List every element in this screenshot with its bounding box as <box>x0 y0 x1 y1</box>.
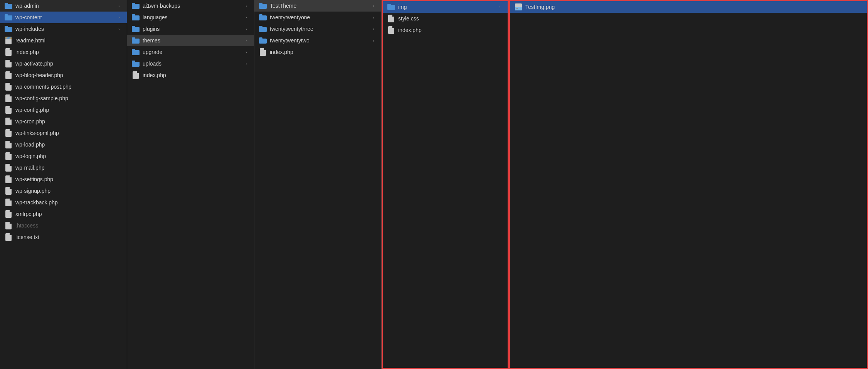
file-item-index.php-3[interactable]: index.php <box>254 46 381 58</box>
file-icon <box>5 233 12 241</box>
chevron-right-icon: › <box>116 26 122 32</box>
file-item-wp-comments-post.php[interactable]: wp-comments-post.php <box>0 81 127 93</box>
file-item-label: wp-mail.php <box>15 165 122 171</box>
file-item-wp-includes[interactable]: wp-includes› <box>0 23 127 35</box>
file-item-label: index.php <box>143 72 249 78</box>
file-item-label: TestImg.png <box>525 4 862 10</box>
file-item-wp-config.php[interactable]: wp-config.php <box>0 104 127 116</box>
folder-icon <box>132 2 140 10</box>
chevron-right-icon: › <box>497 4 503 10</box>
file-item-plugins[interactable]: plugins› <box>127 23 254 35</box>
file-icon <box>5 187 12 195</box>
file-item-label: uploads <box>143 61 243 67</box>
chevron-right-icon: › <box>370 3 377 9</box>
file-item-xmlrpc.php[interactable]: xmlrpc.php <box>0 208 127 220</box>
file-item-wp-signup.php[interactable]: wp-signup.php <box>0 185 127 197</box>
file-item-label: wp-includes <box>15 26 116 32</box>
chevron-right-icon: › <box>116 3 122 9</box>
file-icon <box>5 141 12 148</box>
file-item-wp-mail.php[interactable]: wp-mail.php <box>0 162 127 174</box>
chevron-right-icon: › <box>243 37 249 44</box>
file-item-label: xmlrpc.php <box>15 211 122 217</box>
file-item-license.txt[interactable]: license.txt <box>0 231 127 243</box>
file-item-wp-config-sample.php[interactable]: wp-config-sample.php <box>0 93 127 104</box>
folder-icon <box>5 13 12 21</box>
file-item-wp-cron.php[interactable]: wp-cron.php <box>0 116 127 127</box>
file-item-label: wp-signup.php <box>15 188 122 194</box>
file-item-readme.html[interactable]: readme.html <box>0 35 127 46</box>
file-item-label: wp-links-opml.php <box>15 130 122 136</box>
file-item-index.php-1[interactable]: index.php <box>0 46 127 58</box>
folder-icon <box>259 37 267 44</box>
file-item-wp-trackback.php[interactable]: wp-trackback.php <box>0 197 127 208</box>
file-item-wp-login.php[interactable]: wp-login.php <box>0 150 127 162</box>
column-col-1: wp-admin›wp-content›wp-includes›readme.h… <box>0 0 127 369</box>
file-item-label: wp-config-sample.php <box>15 95 122 101</box>
file-icon <box>5 118 12 125</box>
column-col-5: TestImg.png <box>509 0 868 369</box>
file-item-label: wp-cron.php <box>15 118 122 125</box>
file-item-wp-activate.php[interactable]: wp-activate.php <box>0 58 127 69</box>
chevron-right-icon: › <box>370 14 377 20</box>
file-item-languages[interactable]: languages› <box>127 12 254 23</box>
file-item-label: wp-settings.php <box>15 176 122 182</box>
file-item-wp-content[interactable]: wp-content› <box>0 12 127 23</box>
file-item-label: themes <box>143 37 243 44</box>
file-item-wp-blog-header.php[interactable]: wp-blog-header.php <box>0 69 127 81</box>
folder-icon <box>5 2 12 10</box>
file-item-label: wp-comments-post.php <box>15 84 122 90</box>
file-item-.htaccess[interactable]: .htaccess <box>0 220 127 231</box>
file-item-label: twentytwentytwo <box>270 37 370 44</box>
folder-icon <box>387 3 395 11</box>
file-item-wp-settings.php[interactable]: wp-settings.php <box>0 174 127 185</box>
file-icon <box>5 129 12 137</box>
file-item-label: style.css <box>398 15 503 22</box>
column-col-3: TestTheme›twentytwentyone›twentytwentyth… <box>254 0 382 369</box>
file-item-style.css[interactable]: style.css <box>383 13 508 24</box>
file-item-twentytwentytwo[interactable]: twentytwentytwo› <box>254 35 381 46</box>
file-item-upgrade[interactable]: upgrade› <box>127 46 254 58</box>
file-item-label: twentytwentyone <box>270 14 370 20</box>
file-icon <box>5 94 12 102</box>
file-icon <box>5 83 12 91</box>
file-item-TestTheme[interactable]: TestTheme› <box>254 0 381 12</box>
file-item-ai1wm-backups[interactable]: ai1wm-backups› <box>127 0 254 12</box>
chevron-right-icon: › <box>243 49 249 55</box>
file-browser: wp-admin›wp-content›wp-includes›readme.h… <box>0 0 868 369</box>
file-item-index.php-4[interactable]: index.php <box>383 24 508 36</box>
image-file-icon <box>515 3 522 11</box>
file-item-label: TestTheme <box>270 3 370 9</box>
file-item-label: wp-trackback.php <box>15 199 122 206</box>
folder-icon <box>132 60 140 67</box>
file-icon <box>5 210 12 218</box>
file-item-img[interactable]: img› <box>383 1 508 13</box>
file-item-wp-load.php[interactable]: wp-load.php <box>0 139 127 150</box>
file-icon <box>5 222 12 229</box>
file-item-label: license.txt <box>15 234 122 240</box>
file-item-wp-links-opml.php[interactable]: wp-links-opml.php <box>0 127 127 139</box>
folder-icon <box>132 25 140 33</box>
file-item-label: wp-blog-header.php <box>15 72 122 78</box>
chevron-right-icon: › <box>370 37 377 44</box>
file-item-themes[interactable]: themes› <box>127 35 254 46</box>
file-item-label: wp-load.php <box>15 142 122 148</box>
file-item-index.php-2[interactable]: index.php <box>127 69 254 81</box>
file-item-label: index.php <box>398 27 503 33</box>
file-item-label: wp-content <box>15 14 116 20</box>
chevron-right-icon: › <box>243 14 249 20</box>
chevron-right-icon: › <box>243 3 249 9</box>
chevron-right-icon: › <box>243 26 249 32</box>
file-item-label: readme.html <box>15 37 122 44</box>
file-item-label: languages <box>143 14 243 20</box>
file-item-label: wp-admin <box>15 3 116 9</box>
file-item-label: img <box>398 4 497 10</box>
file-item-twentytwentyone[interactable]: twentytwentyone› <box>254 12 381 23</box>
file-item-twentytwentythree[interactable]: twentytwentythree› <box>254 23 381 35</box>
file-icon <box>387 26 395 34</box>
file-item-uploads[interactable]: uploads› <box>127 58 254 69</box>
file-item-wp-admin[interactable]: wp-admin› <box>0 0 127 12</box>
file-icon <box>132 71 140 79</box>
column-col-4: img›style.cssindex.php <box>382 0 509 369</box>
file-item-label: upgrade <box>143 49 243 55</box>
file-item-TestImg.png[interactable]: TestImg.png <box>510 1 867 13</box>
